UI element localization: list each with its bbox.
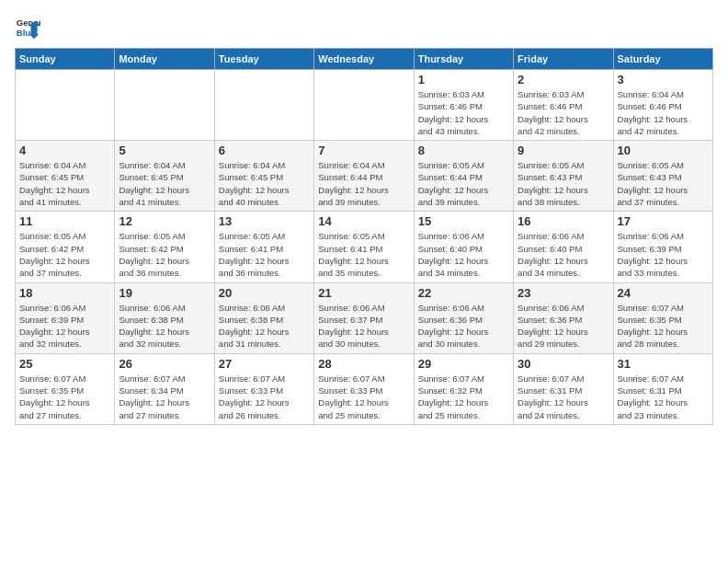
day-detail: Sunrise: 6:05 AM Sunset: 6:42 PM Dayligh… [19, 230, 110, 279]
day-detail: Sunrise: 6:03 AM Sunset: 6:46 PM Dayligh… [418, 88, 509, 137]
day-number: 26 [119, 357, 210, 371]
calendar-cell: 19Sunrise: 6:06 AM Sunset: 6:38 PM Dayli… [115, 282, 214, 353]
day-number: 18 [19, 286, 110, 300]
page-header: General Blue [15, 15, 713, 40]
day-detail: Sunrise: 6:04 AM Sunset: 6:45 PM Dayligh… [119, 159, 210, 208]
calendar-cell: 13Sunrise: 6:05 AM Sunset: 6:41 PM Dayli… [214, 212, 313, 282]
day-number: 9 [518, 144, 609, 157]
day-number: 20 [219, 286, 310, 300]
logo: General Blue [15, 15, 40, 40]
day-detail: Sunrise: 6:05 AM Sunset: 6:43 PM Dayligh… [618, 159, 709, 208]
day-detail: Sunrise: 6:05 AM Sunset: 6:41 PM Dayligh… [219, 230, 310, 279]
calendar-cell: 29Sunrise: 6:07 AM Sunset: 6:32 PM Dayli… [414, 353, 513, 424]
calendar-cell: 25Sunrise: 6:07 AM Sunset: 6:35 PM Dayli… [16, 353, 115, 424]
calendar-table: SundayMondayTuesdayWednesdayThursdayFrid… [15, 48, 713, 425]
calendar-cell: 18Sunrise: 6:06 AM Sunset: 6:39 PM Dayli… [16, 282, 115, 353]
day-number: 30 [518, 357, 609, 371]
calendar-cell: 14Sunrise: 6:05 AM Sunset: 6:41 PM Dayli… [314, 212, 414, 282]
day-number: 15 [418, 214, 509, 228]
weekday-header-monday: Monday [115, 49, 214, 70]
calendar-cell: 7Sunrise: 6:04 AM Sunset: 6:44 PM Daylig… [314, 141, 414, 212]
calendar-cell: 21Sunrise: 6:06 AM Sunset: 6:37 PM Dayli… [314, 282, 414, 353]
day-detail: Sunrise: 6:07 AM Sunset: 6:34 PM Dayligh… [119, 373, 210, 421]
day-number: 7 [318, 144, 409, 157]
calendar-week-row: 18Sunrise: 6:06 AM Sunset: 6:39 PM Dayli… [16, 282, 713, 353]
calendar-header: SundayMondayTuesdayWednesdayThursdayFrid… [16, 49, 713, 70]
weekday-header-friday: Friday [514, 49, 613, 70]
calendar-cell: 28Sunrise: 6:07 AM Sunset: 6:33 PM Dayli… [314, 353, 414, 424]
weekday-header-tuesday: Tuesday [214, 49, 313, 70]
calendar-cell: 26Sunrise: 6:07 AM Sunset: 6:34 PM Dayli… [115, 353, 214, 424]
calendar-week-row: 1Sunrise: 6:03 AM Sunset: 6:46 PM Daylig… [16, 70, 713, 141]
day-detail: Sunrise: 6:07 AM Sunset: 6:31 PM Dayligh… [618, 373, 709, 421]
day-detail: Sunrise: 6:04 AM Sunset: 6:46 PM Dayligh… [618, 88, 709, 137]
day-detail: Sunrise: 6:06 AM Sunset: 6:39 PM Dayligh… [618, 230, 709, 279]
calendar-cell: 15Sunrise: 6:06 AM Sunset: 6:40 PM Dayli… [414, 212, 513, 282]
weekday-header-wednesday: Wednesday [314, 49, 414, 70]
day-number: 10 [618, 144, 709, 157]
day-number: 1 [418, 73, 509, 86]
day-number: 23 [518, 286, 609, 300]
day-number: 22 [418, 286, 509, 300]
calendar-cell [115, 70, 214, 141]
day-number: 12 [119, 214, 210, 228]
calendar-cell: 4Sunrise: 6:04 AM Sunset: 6:45 PM Daylig… [16, 141, 115, 212]
calendar-cell: 22Sunrise: 6:06 AM Sunset: 6:36 PM Dayli… [414, 282, 513, 353]
calendar-cell: 9Sunrise: 6:05 AM Sunset: 6:43 PM Daylig… [514, 141, 613, 212]
day-number: 24 [618, 286, 709, 300]
day-number: 2 [518, 73, 609, 86]
day-detail: Sunrise: 6:07 AM Sunset: 6:35 PM Dayligh… [618, 302, 709, 350]
day-number: 11 [19, 214, 110, 228]
day-number: 4 [19, 144, 110, 157]
calendar-cell: 20Sunrise: 6:06 AM Sunset: 6:38 PM Dayli… [214, 282, 313, 353]
day-detail: Sunrise: 6:05 AM Sunset: 6:43 PM Dayligh… [518, 159, 609, 208]
day-detail: Sunrise: 6:05 AM Sunset: 6:41 PM Dayligh… [318, 230, 409, 279]
calendar-cell: 30Sunrise: 6:07 AM Sunset: 6:31 PM Dayli… [514, 353, 613, 424]
day-number: 19 [119, 286, 210, 300]
day-number: 29 [418, 357, 509, 371]
calendar-cell: 23Sunrise: 6:06 AM Sunset: 6:36 PM Dayli… [514, 282, 613, 353]
day-detail: Sunrise: 6:06 AM Sunset: 6:40 PM Dayligh… [518, 230, 609, 279]
day-detail: Sunrise: 6:07 AM Sunset: 6:33 PM Dayligh… [318, 373, 409, 421]
calendar-cell: 6Sunrise: 6:04 AM Sunset: 6:45 PM Daylig… [214, 141, 313, 212]
calendar-cell: 11Sunrise: 6:05 AM Sunset: 6:42 PM Dayli… [16, 212, 115, 282]
day-detail: Sunrise: 6:07 AM Sunset: 6:33 PM Dayligh… [219, 373, 310, 421]
day-detail: Sunrise: 6:06 AM Sunset: 6:39 PM Dayligh… [19, 302, 110, 350]
day-detail: Sunrise: 6:06 AM Sunset: 6:40 PM Dayligh… [418, 230, 509, 279]
calendar-cell: 8Sunrise: 6:05 AM Sunset: 6:44 PM Daylig… [414, 141, 513, 212]
day-detail: Sunrise: 6:04 AM Sunset: 6:44 PM Dayligh… [318, 159, 409, 208]
calendar-cell: 2Sunrise: 6:03 AM Sunset: 6:46 PM Daylig… [514, 70, 613, 141]
day-detail: Sunrise: 6:06 AM Sunset: 6:36 PM Dayligh… [518, 302, 609, 350]
day-detail: Sunrise: 6:07 AM Sunset: 6:35 PM Dayligh… [19, 373, 110, 421]
day-detail: Sunrise: 6:06 AM Sunset: 6:38 PM Dayligh… [219, 302, 310, 350]
day-number: 17 [618, 214, 709, 228]
day-detail: Sunrise: 6:06 AM Sunset: 6:37 PM Dayligh… [318, 302, 409, 350]
day-number: 31 [618, 357, 709, 371]
calendar-week-row: 25Sunrise: 6:07 AM Sunset: 6:35 PM Dayli… [16, 353, 713, 424]
day-number: 8 [418, 144, 509, 157]
logo-icon: General Blue [15, 15, 40, 40]
calendar-cell: 10Sunrise: 6:05 AM Sunset: 6:43 PM Dayli… [613, 141, 712, 212]
day-detail: Sunrise: 6:05 AM Sunset: 6:42 PM Dayligh… [119, 230, 210, 279]
weekday-header-saturday: Saturday [613, 49, 712, 70]
day-detail: Sunrise: 6:05 AM Sunset: 6:44 PM Dayligh… [418, 159, 509, 208]
calendar-cell [214, 70, 313, 141]
calendar-cell: 5Sunrise: 6:04 AM Sunset: 6:45 PM Daylig… [115, 141, 214, 212]
calendar-week-row: 11Sunrise: 6:05 AM Sunset: 6:42 PM Dayli… [16, 212, 713, 282]
day-detail: Sunrise: 6:03 AM Sunset: 6:46 PM Dayligh… [518, 88, 609, 137]
calendar-cell: 12Sunrise: 6:05 AM Sunset: 6:42 PM Dayli… [115, 212, 214, 282]
calendar-cell: 17Sunrise: 6:06 AM Sunset: 6:39 PM Dayli… [613, 212, 712, 282]
weekday-header-sunday: Sunday [16, 49, 115, 70]
day-number: 14 [318, 214, 409, 228]
day-number: 28 [318, 357, 409, 371]
day-number: 13 [219, 214, 310, 228]
calendar-week-row: 4Sunrise: 6:04 AM Sunset: 6:45 PM Daylig… [16, 141, 713, 212]
calendar-cell: 24Sunrise: 6:07 AM Sunset: 6:35 PM Dayli… [613, 282, 712, 353]
calendar-cell: 27Sunrise: 6:07 AM Sunset: 6:33 PM Dayli… [214, 353, 313, 424]
day-number: 6 [219, 144, 310, 157]
day-detail: Sunrise: 6:04 AM Sunset: 6:45 PM Dayligh… [19, 159, 110, 208]
day-number: 27 [219, 357, 310, 371]
day-number: 25 [19, 357, 110, 371]
day-detail: Sunrise: 6:04 AM Sunset: 6:45 PM Dayligh… [219, 159, 310, 208]
day-detail: Sunrise: 6:06 AM Sunset: 6:36 PM Dayligh… [418, 302, 509, 350]
